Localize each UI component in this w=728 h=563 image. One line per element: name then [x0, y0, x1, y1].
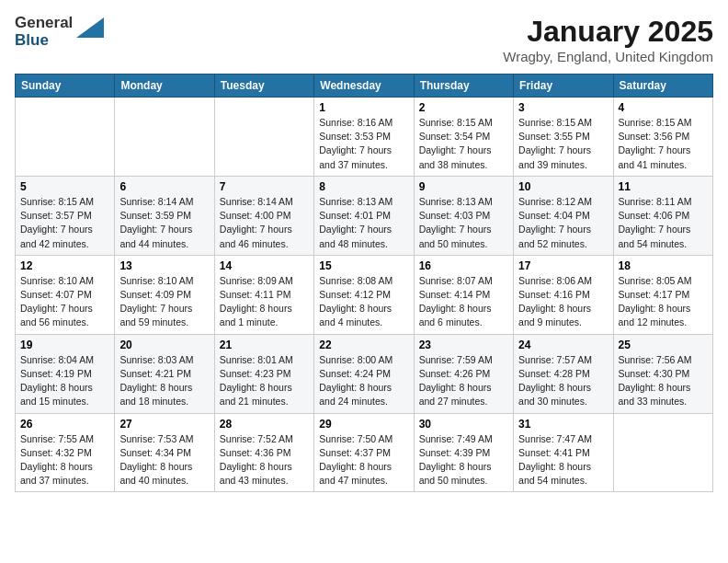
calendar-table: SundayMondayTuesdayWednesdayThursdayFrid…	[15, 74, 713, 492]
calendar-cell	[613, 413, 712, 492]
calendar-cell: 18Sunrise: 8:05 AM Sunset: 4:17 PM Dayli…	[613, 255, 712, 334]
day-info: Sunrise: 8:04 AM Sunset: 4:19 PM Dayligh…	[20, 353, 109, 409]
day-info: Sunrise: 8:15 AM Sunset: 3:57 PM Dayligh…	[20, 195, 109, 251]
day-number: 21	[220, 339, 309, 351]
calendar-cell: 14Sunrise: 8:09 AM Sunset: 4:11 PM Dayli…	[214, 255, 313, 334]
day-info: Sunrise: 7:50 AM Sunset: 4:37 PM Dayligh…	[319, 432, 408, 488]
day-number: 4	[619, 101, 708, 114]
weekday-header-row: SundayMondayTuesdayWednesdayThursdayFrid…	[16, 75, 713, 98]
day-number: 22	[319, 339, 408, 351]
day-number: 8	[319, 180, 408, 193]
calendar-cell: 27Sunrise: 7:53 AM Sunset: 4:34 PM Dayli…	[115, 413, 214, 492]
day-info: Sunrise: 8:07 AM Sunset: 4:14 PM Dayligh…	[419, 274, 508, 330]
calendar-cell	[214, 98, 313, 177]
calendar-cell: 21Sunrise: 8:01 AM Sunset: 4:23 PM Dayli…	[214, 334, 313, 413]
month-title: January 2025	[503, 15, 713, 49]
day-info: Sunrise: 8:14 AM Sunset: 3:59 PM Dayligh…	[119, 195, 209, 251]
calendar-week-row: 26Sunrise: 7:55 AM Sunset: 4:32 PM Dayli…	[16, 413, 713, 492]
day-number: 6	[119, 180, 209, 193]
calendar-cell: 3Sunrise: 8:15 AM Sunset: 3:55 PM Daylig…	[514, 98, 613, 177]
day-number: 28	[220, 418, 309, 431]
location-text: Wragby, England, United Kingdom	[503, 49, 713, 64]
day-number: 18	[619, 259, 708, 272]
day-info: Sunrise: 7:52 AM Sunset: 4:36 PM Dayligh…	[220, 432, 309, 488]
calendar-week-row: 12Sunrise: 8:10 AM Sunset: 4:07 PM Dayli…	[16, 255, 713, 334]
day-info: Sunrise: 7:59 AM Sunset: 4:26 PM Dayligh…	[419, 353, 508, 409]
logo: General Blue	[15, 15, 104, 49]
calendar-cell: 11Sunrise: 8:11 AM Sunset: 4:06 PM Dayli…	[613, 176, 712, 255]
day-number: 27	[119, 418, 209, 431]
calendar-cell: 29Sunrise: 7:50 AM Sunset: 4:37 PM Dayli…	[314, 413, 414, 492]
day-number: 1	[319, 101, 408, 114]
calendar-cell: 22Sunrise: 8:00 AM Sunset: 4:24 PM Dayli…	[314, 334, 414, 413]
calendar-cell: 28Sunrise: 7:52 AM Sunset: 4:36 PM Dayli…	[214, 413, 313, 492]
svg-marker-0	[76, 17, 104, 38]
day-number: 3	[518, 101, 608, 114]
day-info: Sunrise: 7:49 AM Sunset: 4:39 PM Dayligh…	[419, 432, 508, 488]
weekday-header-monday: Monday	[115, 75, 214, 98]
day-number: 2	[419, 101, 508, 114]
weekday-header-tuesday: Tuesday	[214, 75, 313, 98]
day-number: 30	[419, 418, 508, 431]
day-info: Sunrise: 7:53 AM Sunset: 4:34 PM Dayligh…	[119, 432, 209, 488]
weekday-header-sunday: Sunday	[16, 75, 115, 98]
day-info: Sunrise: 8:00 AM Sunset: 4:24 PM Dayligh…	[319, 353, 408, 409]
day-number: 9	[419, 180, 508, 193]
day-info: Sunrise: 8:12 AM Sunset: 4:04 PM Dayligh…	[518, 195, 608, 251]
day-info: Sunrise: 8:10 AM Sunset: 4:09 PM Dayligh…	[119, 274, 209, 330]
calendar-cell: 4Sunrise: 8:15 AM Sunset: 3:56 PM Daylig…	[613, 98, 712, 177]
day-info: Sunrise: 7:55 AM Sunset: 4:32 PM Dayligh…	[20, 432, 109, 488]
day-info: Sunrise: 8:06 AM Sunset: 4:16 PM Dayligh…	[518, 274, 608, 330]
calendar-cell: 7Sunrise: 8:14 AM Sunset: 4:00 PM Daylig…	[214, 176, 313, 255]
page-header: General Blue January 2025 Wragby, Englan…	[15, 15, 713, 64]
calendar-week-row: 1Sunrise: 8:16 AM Sunset: 3:53 PM Daylig…	[16, 98, 713, 177]
day-info: Sunrise: 8:09 AM Sunset: 4:11 PM Dayligh…	[220, 274, 309, 330]
calendar-cell: 19Sunrise: 8:04 AM Sunset: 4:19 PM Dayli…	[16, 334, 115, 413]
weekday-header-thursday: Thursday	[414, 75, 513, 98]
calendar-cell: 24Sunrise: 7:57 AM Sunset: 4:28 PM Dayli…	[514, 334, 613, 413]
calendar-cell	[16, 98, 115, 177]
day-number: 14	[220, 259, 309, 272]
day-info: Sunrise: 7:47 AM Sunset: 4:41 PM Dayligh…	[518, 432, 608, 488]
day-info: Sunrise: 8:14 AM Sunset: 4:00 PM Dayligh…	[220, 195, 309, 251]
day-number: 11	[619, 180, 708, 193]
calendar-cell: 26Sunrise: 7:55 AM Sunset: 4:32 PM Dayli…	[16, 413, 115, 492]
day-info: Sunrise: 8:05 AM Sunset: 4:17 PM Dayligh…	[619, 274, 708, 330]
calendar-cell: 12Sunrise: 8:10 AM Sunset: 4:07 PM Dayli…	[16, 255, 115, 334]
day-number: 15	[319, 259, 408, 272]
day-info: Sunrise: 8:08 AM Sunset: 4:12 PM Dayligh…	[319, 274, 408, 330]
day-info: Sunrise: 8:15 AM Sunset: 3:56 PM Dayligh…	[619, 116, 708, 172]
day-number: 26	[20, 418, 109, 431]
calendar-cell: 1Sunrise: 8:16 AM Sunset: 3:53 PM Daylig…	[314, 98, 414, 177]
calendar-cell: 30Sunrise: 7:49 AM Sunset: 4:39 PM Dayli…	[414, 413, 513, 492]
calendar-cell	[115, 98, 214, 177]
weekday-header-saturday: Saturday	[613, 75, 712, 98]
calendar-cell: 31Sunrise: 7:47 AM Sunset: 4:41 PM Dayli…	[514, 413, 613, 492]
day-number: 31	[518, 418, 608, 431]
weekday-header-friday: Friday	[514, 75, 613, 98]
calendar-cell: 9Sunrise: 8:13 AM Sunset: 4:03 PM Daylig…	[414, 176, 513, 255]
day-number: 24	[518, 339, 608, 351]
calendar-cell: 6Sunrise: 8:14 AM Sunset: 3:59 PM Daylig…	[115, 176, 214, 255]
day-info: Sunrise: 8:01 AM Sunset: 4:23 PM Dayligh…	[220, 353, 309, 409]
calendar-cell: 2Sunrise: 8:15 AM Sunset: 3:54 PM Daylig…	[414, 98, 513, 177]
day-number: 29	[319, 418, 408, 431]
calendar-week-row: 19Sunrise: 8:04 AM Sunset: 4:19 PM Dayli…	[16, 334, 713, 413]
logo-arrow-icon	[76, 17, 104, 41]
calendar-cell: 16Sunrise: 8:07 AM Sunset: 4:14 PM Dayli…	[414, 255, 513, 334]
calendar-cell: 13Sunrise: 8:10 AM Sunset: 4:09 PM Dayli…	[115, 255, 214, 334]
weekday-header-wednesday: Wednesday	[314, 75, 414, 98]
calendar-week-row: 5Sunrise: 8:15 AM Sunset: 3:57 PM Daylig…	[16, 176, 713, 255]
day-number: 7	[220, 180, 309, 193]
day-info: Sunrise: 8:13 AM Sunset: 4:01 PM Dayligh…	[319, 195, 408, 251]
calendar-cell: 20Sunrise: 8:03 AM Sunset: 4:21 PM Dayli…	[115, 334, 214, 413]
day-info: Sunrise: 8:10 AM Sunset: 4:07 PM Dayligh…	[20, 274, 109, 330]
calendar-cell: 15Sunrise: 8:08 AM Sunset: 4:12 PM Dayli…	[314, 255, 414, 334]
day-info: Sunrise: 7:56 AM Sunset: 4:30 PM Dayligh…	[619, 353, 708, 409]
day-number: 25	[619, 339, 708, 351]
calendar-cell: 23Sunrise: 7:59 AM Sunset: 4:26 PM Dayli…	[414, 334, 513, 413]
calendar-cell: 8Sunrise: 8:13 AM Sunset: 4:01 PM Daylig…	[314, 176, 414, 255]
day-number: 12	[20, 259, 109, 272]
calendar-cell: 17Sunrise: 8:06 AM Sunset: 4:16 PM Dayli…	[514, 255, 613, 334]
day-info: Sunrise: 8:15 AM Sunset: 3:54 PM Dayligh…	[419, 116, 508, 172]
